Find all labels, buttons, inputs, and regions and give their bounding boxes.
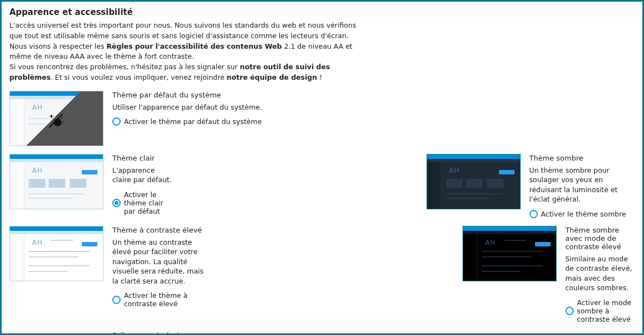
theme-preview-dark: AH xyxy=(427,154,521,209)
theme-option-contrast: AH Thème à contraste élevé Un thème au c… xyxy=(9,226,208,323)
theme-option-light: AH Thème clair L'apparence claire par dé… xyxy=(9,154,172,218)
preview-initials: AH xyxy=(449,167,460,174)
theme-desc-dark: Un thème sombre pour soulager vos yeux e… xyxy=(529,166,635,204)
theme-title-dark: Thème sombre xyxy=(529,154,635,162)
theme-action-contrast: Activer le thème à contraste élevé xyxy=(124,291,208,308)
preview-initials: AH xyxy=(485,239,496,246)
preview-initials: AH xyxy=(32,167,43,174)
theme-action-dark-contrast: Activer le mode sombre à contraste élevé xyxy=(577,298,635,323)
design-team-link[interactable]: notre équipe de design xyxy=(227,73,318,81)
theme-preview-system: AH xyxy=(9,91,103,146)
dyslexic-title: Police pour dyslexiques xyxy=(112,331,345,336)
intro-text: L'accès universel est très important pou… xyxy=(9,20,363,83)
svg-line-3 xyxy=(61,117,62,118)
theme-title-system: Thème par défaut du système xyxy=(112,91,262,99)
radio-icon xyxy=(112,199,121,207)
intro-text-5: ! xyxy=(317,73,322,81)
theme-radio-contrast[interactable]: Activer le thème à contraste élevé xyxy=(112,291,208,308)
theme-title-light: Thème clair xyxy=(112,154,172,162)
theme-radio-dark[interactable]: Activer le thème sombre xyxy=(529,210,635,218)
theme-action-system: Activer le thème par défaut du système xyxy=(124,117,262,126)
theme-option-dark: AH Thème sombre Un thème sombre pour sou… xyxy=(427,154,635,218)
theme-desc-dark-contrast: Similaire au mode de contraste élevé, ma… xyxy=(565,254,635,293)
theme-desc-contrast: Un thème au contraste élevé pour facilit… xyxy=(112,238,208,286)
theme-option-system: AH Thème par défaut du système Utiliser … xyxy=(9,91,262,146)
theme-radio-light[interactable]: Activer le thème clair par défaut xyxy=(112,190,172,215)
dyslexic-font-option: The quick brown fox jumped over the lazy… xyxy=(9,331,345,336)
theme-desc-light: L'apparence claire par défaut. xyxy=(112,166,172,185)
theme-title-dark-contrast: Thème sombre avec mode de contraste élev… xyxy=(565,226,635,251)
moon-sun-icon xyxy=(48,112,64,132)
radio-icon xyxy=(112,117,121,126)
theme-action-dark: Activer le thème sombre xyxy=(541,210,626,218)
radio-icon xyxy=(529,210,538,218)
intro-text-3: Si vous rencontrez des problèmes, n'hési… xyxy=(9,63,240,71)
theme-desc-system: Utiliser l'apparence par défaut du systè… xyxy=(112,102,262,112)
radio-icon xyxy=(565,307,574,315)
preview-initials: AH xyxy=(32,239,43,246)
theme-option-dark-contrast: AH Thème sombre avec mode de contraste é… xyxy=(463,226,635,323)
page-title: Apparence et accessibilité xyxy=(9,7,635,17)
theme-preview-contrast: AH xyxy=(9,226,103,281)
preview-initials: AH xyxy=(32,104,43,111)
theme-radio-dark-contrast[interactable]: Activer le mode sombre à contraste élevé xyxy=(565,298,635,323)
dyslexic-sample: The quick brown fox jumped over the lazy… xyxy=(9,331,103,336)
wcag-link[interactable]: Règles pour l'accessibilité des contenus… xyxy=(106,42,282,50)
theme-preview-light: AH xyxy=(9,154,103,209)
theme-preview-dark-contrast: AH xyxy=(463,226,557,281)
intro-text-4: . Et si vous voulez vous impliquer, vene… xyxy=(50,73,226,81)
radio-icon xyxy=(112,296,121,304)
theme-title-contrast: Thème à contraste élevé xyxy=(112,226,208,234)
theme-action-light: Activer le thème clair par défaut xyxy=(124,190,172,215)
theme-radio-system[interactable]: Activer le thème par défaut du système xyxy=(112,117,262,126)
